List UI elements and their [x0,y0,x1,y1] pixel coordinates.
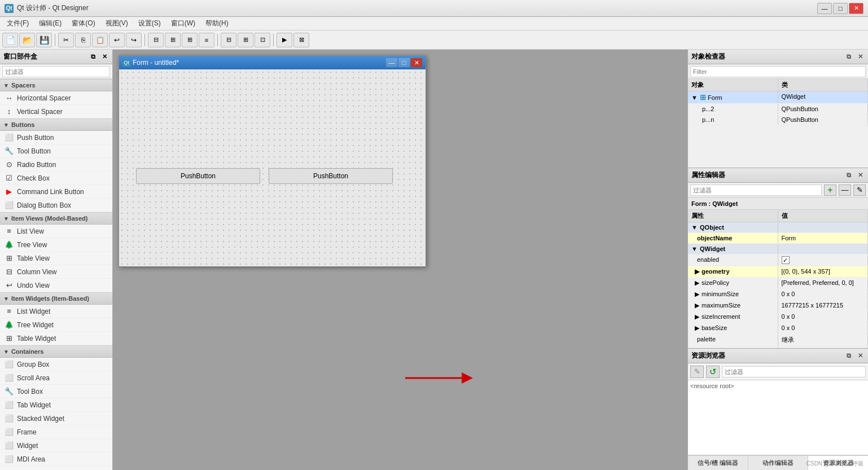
list-item-check-box[interactable]: ☑ Check Box [0,172,112,185]
list-item-list-widget[interactable]: ≡ List Widget [0,305,112,318]
toolbar-save[interactable]: 💾 [36,33,52,47]
list-item-dialog-button-box[interactable]: ⬜ Dialog Button Box [0,199,112,212]
pe-row-enabled[interactable]: enabled ✓ [688,254,868,266]
pe-close-btn[interactable]: ✕ [856,171,865,180]
oi-close-btn[interactable]: ✕ [856,52,865,62]
rb-filter-input[interactable] [722,366,866,377]
pe-expand-sizepolicy[interactable]: ▶ [695,279,702,287]
list-item-vertical-spacer[interactable]: ↕ Vertical Spacer [0,105,112,118]
pe-row-palette[interactable]: palette 继承 [688,334,868,346]
rb-float-btn[interactable]: ⧉ [844,352,853,361]
maximize-button[interactable]: □ [833,3,848,14]
oi-filter-input[interactable] [690,66,866,77]
list-item-tool-box[interactable]: 🔧 Tool Box [0,385,112,398]
pe-row-qobject-category[interactable]: ▼ QObject [688,222,868,233]
list-item-scroll-area[interactable]: ⬜ Scroll Area [0,371,112,385]
pe-row-font[interactable]: ▶font A [Microsoft YaHei, 0] [688,346,868,348]
toolbar-cut[interactable]: ✂ [58,33,74,47]
category-spacers[interactable]: ▼ Spacers [0,79,112,91]
pe-enabled-checkbox[interactable]: ✓ [782,256,790,264]
menu-window[interactable]: 窗口(W) [166,17,200,29]
toolbar-redo[interactable]: ↪ [126,33,142,47]
pe-row-sizeincrement[interactable]: ▶sizeIncrement 0 x 0 [688,311,868,323]
pe-row-objectname[interactable]: objectName Form [688,233,868,244]
list-item-column-view[interactable]: ⊟ Column View [0,265,112,279]
pe-expand-basesize[interactable]: ▶ [695,324,702,332]
pe-expand-qwidget[interactable]: ▼ [691,245,698,252]
minimize-button[interactable]: — [817,3,832,14]
menu-view[interactable]: 视图(V) [101,17,133,29]
widget-box-float-btn[interactable]: ⧉ [89,52,98,62]
oi-row-form[interactable]: ▼ ⊞ Form QWidget [688,91,868,104]
pe-expand-qobject[interactable]: ▼ [691,224,698,231]
toolbar-layout-h[interactable]: ⊟ [148,33,164,47]
rb-content[interactable]: <resource root> [688,380,868,455]
toolbar-undo[interactable]: ↩ [109,33,125,47]
pe-edit-btn[interactable]: ✎ [853,185,866,196]
list-item-stacked-widget[interactable]: ⬜ Stacked Widget [0,412,112,425]
category-item-widgets[interactable]: ▼ Item Widgets (Item-Based) [0,292,112,305]
toolbar-layout-grid[interactable]: ⊞ [182,33,198,47]
list-item-push-button[interactable]: ⬜ Push Button [0,131,112,144]
form-maximize-btn[interactable]: □ [398,58,410,67]
list-item-list-view[interactable]: ≡ List View [0,225,112,238]
list-item-undo-view[interactable]: ↩ Undo View [0,279,112,292]
category-buttons[interactable]: ▼ Buttons [0,118,112,131]
oi-expand-form[interactable]: ▼ [691,94,698,101]
pe-float-btn[interactable]: ⧉ [844,171,853,180]
list-item-widget[interactable]: ⬜ Widget [0,439,112,453]
pe-remove-btn[interactable]: — [839,185,851,196]
toolbar-layout-form[interactable]: ≡ [199,33,214,47]
oi-float-btn[interactable]: ⧉ [844,52,853,62]
widget-box-close-btn[interactable]: ✕ [100,52,109,62]
pe-row-basesize[interactable]: ▶baseSize 0 x 0 [688,323,868,334]
list-item-radio-button[interactable]: ⊙ Radio Button [0,158,112,172]
form-minimize-btn[interactable]: — [386,58,397,67]
form-content[interactable]: PushButton PushButton [119,69,426,266]
pe-row-maximumsize[interactable]: ▶maximumSize 16777215 x 16777215 [688,300,868,311]
pe-row-sizepolicy[interactable]: ▶sizePolicy [Preferred, Preferred, 0, 0] [688,278,868,289]
close-button[interactable]: ✕ [849,3,863,14]
oi-row-pn[interactable]: p...n QPushButton [688,115,868,125]
category-containers[interactable]: ▼ Containers [0,345,112,358]
list-item-tree-widget[interactable]: 🌲 Tree Widget [0,318,112,332]
list-item-table-widget[interactable]: ⊞ Table Widget [0,332,112,345]
category-item-views[interactable]: ▼ Item Views (Model-Based) [0,212,112,225]
menu-file[interactable]: 文件(F) [2,17,33,29]
list-item-mdi-area[interactable]: ⬜ MDI Area [0,453,112,466]
pe-row-geometry[interactable]: ▶geometry [(0, 0), 544 x 357] [688,266,868,278]
list-item-tab-widget[interactable]: ⬜ Tab Widget [0,398,112,412]
tab-signal-slot[interactable]: 信号/槽 编辑器 [688,456,748,470]
widget-filter-input[interactable] [2,66,110,77]
list-item-table-view[interactable]: ⊞ Table View [0,252,112,265]
menu-edit[interactable]: 编辑(E) [34,17,66,29]
pe-expand-maximumsize[interactable]: ▶ [695,302,702,309]
menu-settings[interactable]: 设置(S) [134,17,165,29]
pe-filter-input[interactable] [690,185,822,196]
rb-pencil-btn[interactable]: ✎ [690,366,704,378]
tab-action-editor[interactable]: 动作编辑器 [748,456,809,470]
form-window[interactable]: Qt Form - untitled* — □ ✕ PushButton Pus… [119,55,426,267]
toolbar-adjust-size[interactable]: ⊞ [238,33,253,47]
pe-row-minimumsize[interactable]: ▶minimumSize 0 x 0 [688,289,868,300]
menu-form[interactable]: 窗体(O) [67,17,99,29]
list-item-group-box[interactable]: ⬜ Group Box [0,358,112,371]
center-area[interactable]: Qt Form - untitled* — □ ✕ PushButton Pus… [113,50,687,470]
rb-close-btn[interactable]: ✕ [856,352,865,361]
toolbar-layout-v[interactable]: ⊞ [165,33,181,47]
list-item-tool-button[interactable]: 🔧 Tool Button [0,144,112,158]
pe-add-btn[interactable]: + [824,185,836,196]
toolbar-view-code[interactable]: ⊠ [293,33,309,47]
pushbutton-2[interactable]: PushButton [269,168,393,184]
form-close-btn[interactable]: ✕ [411,58,422,67]
toolbar-open[interactable]: 📂 [19,33,35,47]
toolbar-break-layout[interactable]: ⊟ [221,33,236,47]
rb-refresh-btn[interactable]: ↺ [706,366,720,378]
list-item-command-link-button[interactable]: ▶ Command Link Button [0,185,112,199]
list-item-tree-view[interactable]: 🌲 Tree View [0,238,112,252]
pe-expand-geometry[interactable]: ▶ [695,268,702,275]
pe-row-qwidget-category[interactable]: ▼ QWidget [688,244,868,254]
menu-help[interactable]: 帮助(H) [201,17,233,29]
list-item-horizontal-spacer[interactable]: ↔ Horizontal Spacer [0,91,112,105]
oi-row-p2[interactable]: p...2 QPushButton [688,104,868,115]
